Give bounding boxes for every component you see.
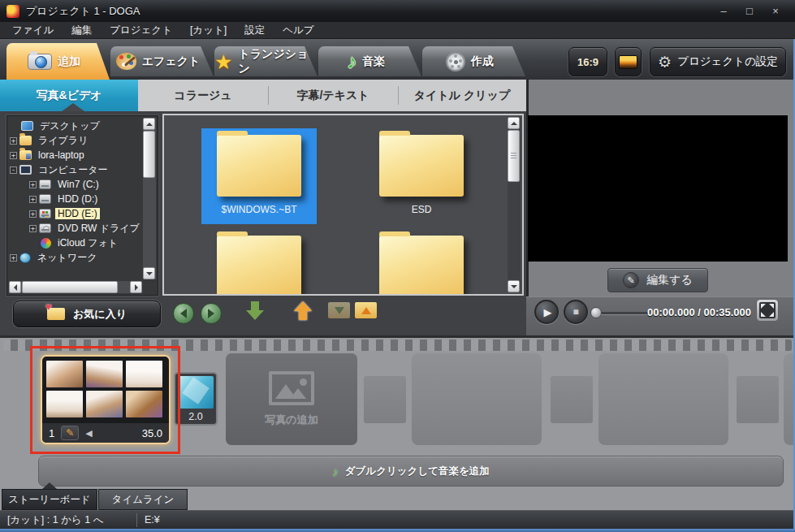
move-up-button[interactable] — [294, 301, 312, 320]
main-tab-追加[interactable]: 追加 — [6, 43, 110, 80]
tree-item-label: ネットワーク — [35, 251, 99, 265]
folder-icon — [217, 135, 301, 197]
tree-expander-icon[interactable]: + — [10, 137, 17, 145]
main-tab-トランジション[interactable]: ★トランジション — [214, 46, 318, 76]
transition-clip[interactable]: 2.0 — [174, 372, 218, 426]
tree-item-ライブラリ[interactable]: +ライブラリ — [10, 133, 142, 148]
tree-expander-icon[interactable]: - — [10, 167, 17, 174]
file-browser-panel: $WINDOWS.~BTESD — [162, 114, 524, 296]
main-tab-作成[interactable]: 作成 — [422, 46, 525, 76]
fullscreen-button[interactable] — [756, 299, 779, 322]
empty-transition-slot[interactable] — [364, 376, 406, 423]
menu-item[interactable]: [カット] — [181, 24, 235, 37]
folder-import-button[interactable] — [328, 302, 350, 318]
background-image-button[interactable] — [615, 47, 642, 76]
app-icon — [6, 5, 19, 18]
scrollbar-thumb[interactable] — [143, 131, 155, 178]
minimize-button[interactable]: – — [711, 5, 737, 17]
main-tab-エフェクト[interactable]: エフェクト — [110, 46, 214, 76]
aspect-ratio-button[interactable]: 16:9 — [568, 47, 607, 76]
file-item[interactable] — [364, 229, 479, 296]
tree-item-デスクトップ[interactable]: デスクトップ — [10, 119, 142, 133]
add-photo-label: 写真の追加 — [265, 413, 318, 427]
grid-vertical-scrollbar[interactable] — [508, 117, 521, 292]
favorites-button[interactable]: ♥ お気に入り — [13, 301, 161, 327]
edit-button[interactable]: ✎ 編集する — [607, 268, 708, 292]
drive-icon — [39, 179, 51, 189]
scroll-left-arrow-icon[interactable] — [9, 281, 21, 293]
navigate-forward-button[interactable] — [201, 303, 222, 324]
menu-item[interactable]: ヘルプ — [274, 24, 322, 37]
tree-expander-icon[interactable]: + — [29, 196, 37, 203]
empty-transition-slot[interactable] — [551, 376, 593, 423]
seek-slider-handle[interactable] — [590, 307, 602, 318]
tree-item-コンピューター[interactable]: -コンピューター — [10, 162, 142, 177]
menu-item[interactable]: プロジェクト — [101, 24, 181, 37]
storyboard-clip[interactable]: 1 ✎ ◀ 35.0 — [41, 355, 171, 444]
play-button[interactable]: ▶ — [534, 300, 559, 324]
folder-down-arrow-icon — [335, 307, 344, 314]
tree-item-HDD (E:)[interactable]: +HDD (E:) — [10, 206, 142, 221]
file-item-$WINDOWS.~BT[interactable]: $WINDOWS.~BT — [201, 128, 317, 224]
file-item-ESD[interactable]: ESD — [364, 128, 479, 224]
drive-icon — [39, 194, 51, 204]
project-settings-label: プロジェクトの設定 — [677, 54, 778, 69]
tree-item-ネットワーク[interactable]: +ネットワーク — [10, 250, 142, 265]
scroll-up-arrow-icon[interactable] — [508, 117, 520, 129]
empty-clip-slot[interactable] — [598, 353, 728, 445]
empty-transition-slot[interactable] — [737, 376, 779, 423]
close-button[interactable]: × — [763, 5, 789, 17]
view-tab-pointer — [42, 482, 57, 489]
tree-vertical-scrollbar[interactable] — [143, 118, 156, 279]
window-title: プロジェクト 1 - DOGA — [26, 4, 140, 19]
scrollbar-thumb[interactable] — [22, 281, 118, 293]
menu-item[interactable]: ファイル — [3, 24, 63, 37]
scroll-down-arrow-icon[interactable] — [143, 267, 155, 279]
tree-item-Win7 (C:)[interactable]: +Win7 (C:) — [10, 177, 142, 192]
sub-tab-コラージュ[interactable]: コラージュ — [138, 80, 268, 111]
sub-tab-タイトル クリップ[interactable]: タイトル クリップ — [398, 80, 526, 111]
tree-horizontal-scrollbar[interactable] — [9, 281, 142, 293]
project-settings-button[interactable]: ⚙ プロジェクトの設定 — [650, 47, 786, 76]
tree-item-lora-laptop[interactable]: +lora-laptop — [10, 148, 142, 162]
clip-edit-button[interactable]: ✎ — [61, 426, 79, 440]
folder-icon — [217, 236, 301, 296]
music-track-bar[interactable]: ♪ ダブルクリックして音楽を追加 — [38, 456, 784, 487]
folder-tree-panel: デスクトップ+ライブラリ+lora-laptop-コンピューター+Win7 (C… — [6, 115, 158, 296]
stop-button[interactable]: ■ — [564, 300, 588, 324]
menu-item[interactable]: 設定 — [235, 24, 274, 37]
tree-expander-icon[interactable]: + — [29, 210, 37, 218]
maximize-button[interactable]: □ — [737, 5, 763, 17]
file-item[interactable] — [201, 229, 317, 296]
main-tab-bar: 追加エフェクト★トランジション♪音楽作成 — [6, 42, 526, 80]
tree-item-DVD RW ドライブ[interactable]: +DVD RW ドライブ — [10, 221, 142, 236]
add-photo-slot[interactable]: 写真の追加 — [226, 353, 357, 445]
view-tab-タイムライン[interactable]: タイムライン — [98, 489, 188, 510]
empty-clip-slot[interactable] — [412, 353, 542, 445]
tree-expander-icon[interactable]: + — [10, 152, 17, 159]
folder-export-button[interactable] — [355, 302, 377, 318]
move-down-button[interactable] — [246, 301, 264, 320]
clip-info-bar: 1 ✎ ◀ 35.0 — [42, 423, 169, 443]
gear-icon: ⚙ — [658, 53, 672, 71]
main-tab-音楽[interactable]: ♪音楽 — [318, 46, 421, 76]
scroll-up-arrow-icon[interactable] — [143, 118, 155, 130]
navigate-back-button[interactable] — [173, 303, 194, 324]
tree-expander-icon[interactable]: + — [29, 225, 37, 232]
tree-expander-icon[interactable]: + — [29, 181, 37, 188]
scrollbar-thumb[interactable] — [508, 130, 520, 182]
tree-item-label: HDD (E:) — [55, 208, 100, 219]
view-tab-ストーリーボード[interactable]: ストーリーボード — [2, 489, 97, 510]
sub-tab-字幕/テキスト[interactable]: 字幕/テキスト — [268, 80, 398, 111]
tree-item-label: ライブラリ — [36, 134, 90, 148]
tree-item-HDD (D:)[interactable]: +HDD (D:) — [10, 192, 142, 206]
clip-photo-thumbnail — [86, 391, 123, 417]
tree-item-iCloud フォト[interactable]: iCloud フォト — [10, 236, 142, 250]
sub-tab-label: タイトル クリップ — [414, 89, 511, 103]
scroll-down-arrow-icon[interactable] — [508, 280, 520, 292]
scroll-right-arrow-icon[interactable] — [130, 281, 142, 293]
speaker-icon[interactable]: ◀ — [85, 428, 92, 439]
tree-expander-icon[interactable]: + — [10, 254, 17, 262]
menu-item[interactable]: 編集 — [63, 24, 101, 37]
favorites-label: お気に入り — [73, 307, 127, 322]
